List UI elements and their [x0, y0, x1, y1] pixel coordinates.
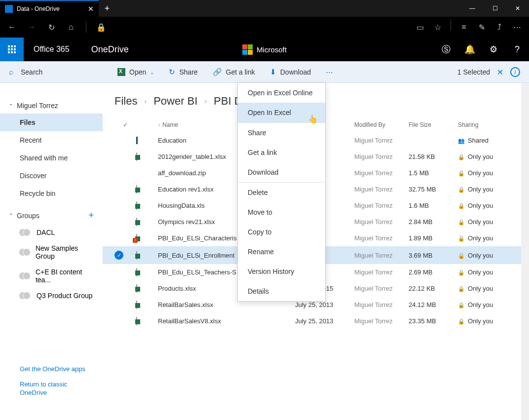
- sidebar-item-files[interactable]: Files: [0, 114, 103, 131]
- filesize-column-header[interactable]: File Size: [409, 121, 458, 128]
- open-button[interactable]: Open ⌄: [117, 68, 154, 76]
- chevron-right-icon: ›: [144, 97, 147, 105]
- file-modifiedby: Miguel Torrez: [354, 202, 409, 209]
- get-apps-link[interactable]: Get the OneDrive apps: [20, 365, 94, 373]
- download-icon: ⬇: [270, 68, 276, 76]
- forward-button[interactable]: →: [24, 19, 39, 35]
- reading-view-icon[interactable]: ▭: [412, 19, 428, 35]
- get-link-button[interactable]: 🔗 Get a link: [213, 68, 255, 76]
- more-browser-icon[interactable]: ⋯: [509, 19, 525, 35]
- folder-icon: [136, 137, 138, 144]
- share-arrow-icon: ↻: [169, 68, 175, 76]
- lock-icon: 🔒: [458, 269, 465, 275]
- group-item[interactable]: C+E BI content tea...: [0, 264, 103, 288]
- file-name[interactable]: RetailBarSales.xlsx: [158, 301, 295, 308]
- group-item[interactable]: New Samples Group: [0, 240, 103, 264]
- vertical-scrollbar[interactable]: [521, 83, 529, 420]
- add-group-button[interactable]: +: [88, 210, 94, 221]
- download-button[interactable]: ⬇ Download: [270, 68, 311, 76]
- browser-titlebar: Data - OneDrive ✕ + — ☐ ✕: [0, 0, 529, 17]
- home-button[interactable]: ⌂: [63, 19, 79, 35]
- notes-icon[interactable]: ✎: [474, 19, 490, 35]
- selected-check-icon[interactable]: ✓: [114, 251, 123, 260]
- context-menu-item[interactable]: Details: [238, 281, 325, 301]
- share-browser-icon[interactable]: ⤴: [491, 19, 507, 35]
- check-all-column[interactable]: ✓: [114, 121, 136, 128]
- group-item[interactable]: Q3 Product Group: [0, 288, 103, 304]
- search-box[interactable]: ⌕ Search: [0, 68, 103, 76]
- sort-asc-icon: ↑: [158, 122, 160, 128]
- favorites-icon[interactable]: ☆: [430, 19, 446, 35]
- file-sharing: 🔒Only you: [458, 317, 517, 325]
- excel-icon: [136, 251, 137, 260]
- notifications-icon[interactable]: 🔔: [458, 38, 482, 61]
- hub-icon[interactable]: ≡: [456, 19, 472, 35]
- window-close-button[interactable]: ✕: [506, 0, 529, 17]
- context-menu-item[interactable]: Share: [238, 123, 325, 143]
- sharing-column-header[interactable]: Sharing: [458, 121, 517, 128]
- context-menu-item[interactable]: Delete: [238, 183, 325, 202]
- share-button[interactable]: ↻ Share: [169, 68, 197, 76]
- more-commands-button[interactable]: ⋯: [326, 68, 333, 76]
- file-modifiedby: Miguel Torrez: [354, 301, 409, 308]
- context-menu-item[interactable]: Copy to: [238, 222, 325, 242]
- table-row[interactable]: RetailBarSalesV8.xlsxJuly 25, 2013Miguel…: [103, 313, 529, 329]
- app-launcher-button[interactable]: [0, 38, 24, 61]
- file-size: 21.58 KB: [409, 153, 458, 160]
- settings-icon[interactable]: ⚙: [482, 38, 505, 61]
- tab-close-icon[interactable]: ✕: [88, 5, 94, 13]
- file-size: 32.75 MB: [409, 186, 458, 193]
- breadcrumb-item[interactable]: Power BI: [153, 95, 197, 108]
- file-sharing: 🔒Only you: [458, 218, 517, 226]
- people-icon: 👥: [458, 138, 465, 144]
- file-sharing: 🔒Only you: [458, 153, 517, 160]
- skype-icon[interactable]: Ⓢ: [434, 38, 458, 61]
- context-menu-item[interactable]: Open In Excel: [238, 103, 325, 122]
- file-size: 2.69 MB: [409, 268, 458, 276]
- lock-icon: 🔒: [458, 219, 465, 225]
- context-menu-item[interactable]: Open in Excel Online: [238, 83, 325, 103]
- file-size: 3.69 MB: [409, 252, 458, 259]
- window-maximize-button[interactable]: ☐: [484, 0, 506, 17]
- back-button[interactable]: ←: [4, 19, 20, 35]
- file-modifiedby: Miguel Torrez: [354, 234, 409, 242]
- file-size: 1.6 MB: [409, 202, 458, 209]
- modifiedby-column-header[interactable]: Modified By: [354, 121, 409, 128]
- info-button[interactable]: i: [510, 67, 520, 77]
- file-modifiedby: Miguel Torrez: [354, 137, 409, 144]
- file-name[interactable]: RetailBarSalesV8.xlsx: [158, 317, 295, 325]
- context-menu-item[interactable]: Download: [238, 162, 325, 182]
- browser-navbar: ← → ↻ ⌂ 🔒 ▭ ☆ ≡ ✎ ⤴ ⋯: [0, 17, 529, 38]
- browser-tab[interactable]: Data - OneDrive ✕: [0, 0, 99, 17]
- breadcrumb-item[interactable]: Files: [114, 95, 137, 108]
- excel-icon: [136, 268, 137, 276]
- sidebar-item-recent[interactable]: Recent: [0, 131, 103, 149]
- lock-icon: 🔒: [458, 154, 465, 160]
- context-menu-item[interactable]: Rename: [238, 242, 325, 262]
- clear-selection-button[interactable]: ✕: [497, 68, 503, 77]
- selection-count: 1 Selected: [457, 68, 490, 76]
- file-sharing: 🔒Only you: [458, 252, 517, 259]
- sidebar-user-header[interactable]: ⌃ Miguel Torrez: [0, 98, 103, 114]
- office-brand[interactable]: Office 365: [24, 45, 79, 54]
- sidebar-item-recycle-bin[interactable]: Recycle bin: [0, 185, 103, 202]
- sidebar-item-shared-with-me[interactable]: Shared with me: [0, 149, 103, 167]
- context-menu-item[interactable]: Get a link: [238, 143, 325, 162]
- refresh-button[interactable]: ↻: [43, 19, 59, 35]
- app-name[interactable]: OneDrive: [79, 44, 141, 55]
- new-tab-button[interactable]: +: [99, 0, 115, 17]
- excel-icon: [136, 153, 137, 161]
- context-menu-item[interactable]: Version History: [238, 262, 325, 281]
- sidebar-groups-header[interactable]: ⌃ Groups +: [0, 206, 103, 225]
- file-sharing: 🔒Only you: [458, 301, 517, 308]
- file-size: 23.35 MB: [409, 317, 458, 325]
- context-menu-item[interactable]: Move to: [238, 202, 325, 222]
- search-placeholder: Search: [21, 68, 42, 76]
- sidebar-item-discover[interactable]: Discover: [0, 167, 103, 185]
- lock-icon: 🔒: [458, 318, 465, 324]
- window-minimize-button[interactable]: —: [461, 0, 484, 17]
- excel-icon: [117, 68, 125, 76]
- classic-link[interactable]: Return to classic OneDrive: [20, 381, 94, 397]
- help-icon[interactable]: ?: [505, 38, 529, 61]
- group-item[interactable]: DACL: [0, 225, 103, 240]
